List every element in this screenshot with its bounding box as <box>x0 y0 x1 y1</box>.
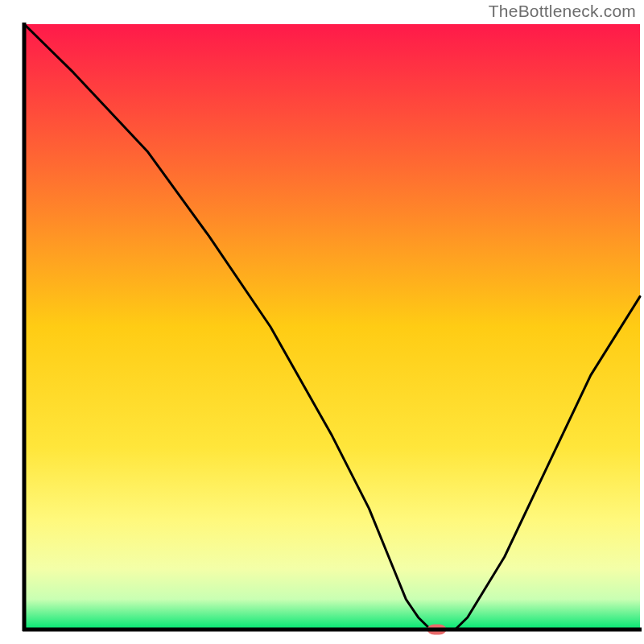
bottleneck-chart <box>0 0 644 644</box>
gradient-background <box>24 24 640 630</box>
chart-container: TheBottleneck.com <box>0 0 644 644</box>
watermark-text: TheBottleneck.com <box>489 2 636 21</box>
plot-area <box>23 23 642 635</box>
